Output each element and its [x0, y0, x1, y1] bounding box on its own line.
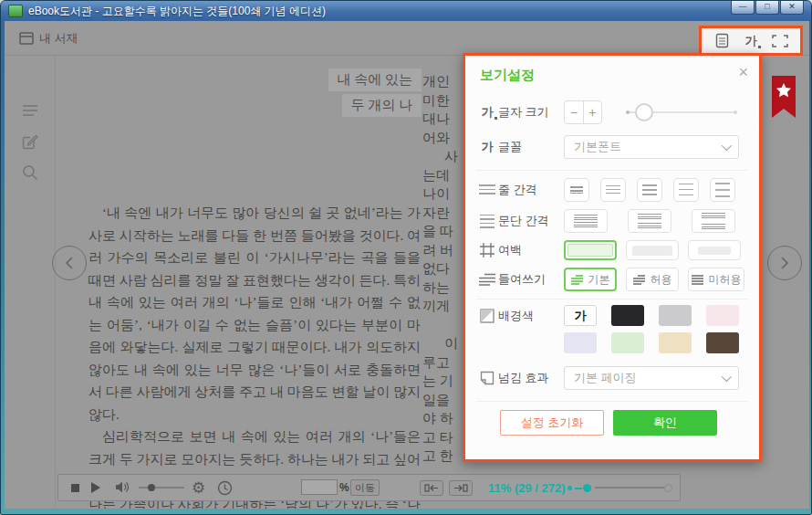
panel-divider: [476, 170, 748, 171]
panel-title: 보기설정: [480, 67, 535, 84]
bg-swatch-cream[interactable]: [659, 332, 692, 353]
font-settings-button[interactable]: 가: [740, 30, 762, 52]
next-page-button[interactable]: [767, 246, 802, 280]
font-family-dropdown[interactable]: 기본폰트: [564, 135, 739, 159]
panel-divider: [476, 299, 748, 300]
font-family-icon: 가: [482, 139, 494, 155]
jump-to-start-button[interactable]: [420, 480, 443, 496]
progress-track[interactable]: [595, 487, 664, 489]
paragraph-spacing-icon: [480, 215, 494, 228]
font-size-slider-handle[interactable]: [635, 103, 653, 121]
bg-swatch-black[interactable]: [611, 305, 644, 326]
margin-label: 여백: [498, 242, 564, 258]
my-library-button[interactable]: 내 서재: [19, 21, 78, 56]
bg-swatch-brown[interactable]: [706, 332, 739, 353]
line-spacing-option-1[interactable]: [564, 178, 589, 202]
line-spacing-option-5[interactable]: [710, 178, 735, 202]
play-button[interactable]: [91, 482, 100, 493]
confirm-button[interactable]: 확인: [613, 410, 717, 436]
indent-option-default-selected[interactable]: 기본: [564, 268, 617, 291]
toolbar-highlight-annotation: 가: [699, 26, 803, 56]
font-family-value: 기본폰트: [574, 139, 621, 155]
indent-icon: [479, 273, 495, 286]
background-color-icon: [480, 309, 494, 323]
library-icon: [19, 32, 34, 45]
font-size-icon: 가: [482, 104, 494, 121]
chevron-down-icon: [722, 141, 732, 151]
paragraph-spacing-label: 문단 간격: [498, 213, 564, 229]
jump-start-icon: [424, 484, 439, 492]
slider-end-dot: [734, 110, 737, 114]
view-settings-panel: 보기설정 × 가 글자 크기 − + 가 글꼴: [463, 53, 762, 462]
indent-option-disallow[interactable]: 미허용: [688, 268, 744, 291]
percent-input[interactable]: [301, 479, 338, 495]
paragraph-spacing-option-1[interactable]: [564, 209, 608, 233]
line-spacing-option-4[interactable]: [673, 178, 699, 202]
prev-page-button[interactable]: [52, 246, 87, 280]
page-transition-dropdown[interactable]: 기본 페이징: [564, 366, 739, 390]
margin-option-small-selected[interactable]: [564, 240, 617, 260]
reset-settings-button[interactable]: 설정 초기화: [500, 410, 604, 436]
line-spacing-option-3[interactable]: [637, 178, 662, 202]
annotation-button[interactable]: [21, 132, 39, 151]
panel-close-icon[interactable]: ×: [738, 63, 748, 82]
margin-option-medium[interactable]: [626, 240, 679, 260]
app-toolbar: 내 서재 가: [5, 21, 809, 56]
bg-swatch-gray[interactable]: [659, 305, 692, 326]
line-spacing-icon: [479, 184, 495, 196]
bookmark-ribbon-icon[interactable]: [772, 76, 796, 123]
stop-button[interactable]: [71, 484, 79, 492]
close-button[interactable]: ✕: [780, 1, 804, 15]
tts-settings-gear-icon[interactable]: ⚙: [192, 478, 205, 498]
font-size-plus-button[interactable]: +: [584, 101, 602, 123]
book-page-text: ‘내 속엔 내가 너무도 많아 당신의 쉴 곳 없네’라는 가사로 시작하는 노…: [88, 202, 421, 509]
player-bar: ⚙ % 이동 11% (29 / 272): [57, 474, 681, 501]
search-icon: [22, 164, 38, 181]
window-title: eBook도서관 - 고요할수록 밝아지는 것들(100쇄 기념 에디션): [28, 4, 326, 19]
volume-slider[interactable]: [139, 487, 184, 489]
toc-button[interactable]: [21, 101, 39, 120]
minimize-button[interactable]: —: [731, 1, 755, 15]
sidebar: [5, 56, 56, 509]
font-size-label: 글자 크기: [498, 104, 564, 121]
percent-symbol: %: [339, 481, 349, 494]
search-button[interactable]: [21, 163, 39, 182]
line-spacing-option-2[interactable]: [600, 178, 626, 202]
reading-progress-text: 11% (29 / 272): [488, 481, 566, 495]
volume-slider-handle[interactable]: [148, 484, 155, 491]
progress-filled-track: [575, 488, 582, 489]
maximize-button[interactable]: □: [755, 1, 779, 15]
goto-button[interactable]: 이동: [350, 479, 380, 496]
font-size-stepper: − +: [564, 100, 602, 124]
fullscreen-button[interactable]: [769, 30, 791, 52]
page-turn-icon: [480, 371, 494, 385]
indent-option-allow[interactable]: 허용: [626, 268, 679, 291]
bg-swatch-white[interactable]: 가: [564, 305, 597, 326]
speaker-icon[interactable]: [115, 480, 130, 494]
slider-start-dot: [626, 110, 630, 114]
right-page-text-clipped: 개인 미한 대나 어와 사 는데 나이 자란 을 따 려 버 없다 하는 끼게 …: [422, 72, 465, 478]
jump-to-end-button[interactable]: [449, 480, 473, 496]
page-transition-value: 기본 페이징: [574, 370, 637, 386]
margin-option-large[interactable]: [688, 240, 741, 260]
page-transition-label: 넘김 효과: [498, 370, 564, 386]
page-settings-icon: [715, 33, 729, 48]
timer-clock-icon[interactable]: [217, 480, 233, 496]
bg-swatch-pink[interactable]: [706, 305, 739, 326]
chevron-down-icon: [722, 372, 732, 382]
bg-swatch-lavender[interactable]: [564, 332, 597, 353]
bg-swatch-green[interactable]: [611, 332, 644, 353]
chevron-right-icon: [779, 256, 790, 270]
font-size-minus-button[interactable]: −: [565, 101, 584, 123]
progress-marker-dot: [567, 486, 572, 490]
progress-slider-handle[interactable]: [583, 484, 591, 492]
paragraph-spacing-option-2[interactable]: [628, 209, 671, 233]
font-size-slider[interactable]: [628, 111, 735, 113]
chapter-title-line2: 두 개의 나: [342, 94, 422, 117]
toc-list-icon: [22, 104, 38, 117]
paragraph-spacing-option-3[interactable]: [692, 209, 735, 233]
my-library-label: 내 서재: [39, 30, 78, 47]
line-spacing-label: 줄 간격: [498, 182, 564, 198]
fullscreen-icon: [772, 35, 788, 47]
view-settings-button[interactable]: [711, 30, 733, 52]
